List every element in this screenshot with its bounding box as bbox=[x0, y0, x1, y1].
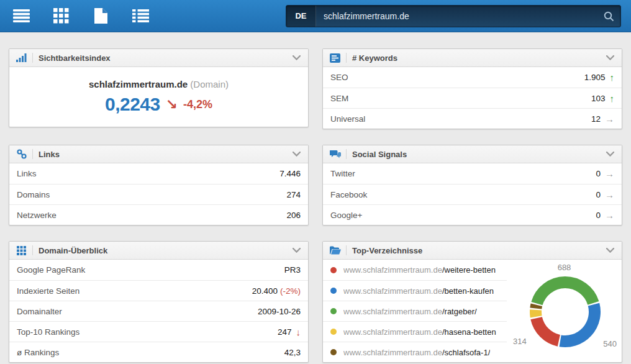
directory-row[interactable]: www.schlafzimmertraum.de/betten-kaufen bbox=[323, 280, 507, 301]
row-label: Netzwerke bbox=[17, 211, 57, 220]
widget-social-signals: Social Signals Twitter 0 Facebook 0 Goog… bbox=[322, 145, 622, 225]
visibility-domain: schlafzimmertraum.de (Domain) bbox=[89, 79, 229, 89]
keyword-list-icon bbox=[329, 52, 341, 64]
chevron-down-icon[interactable] bbox=[291, 150, 302, 158]
up-arrow-icon bbox=[610, 94, 615, 103]
directory-url: www.schlafzimmertraum.de/schlafsofa-1/ bbox=[343, 348, 490, 357]
header-divider bbox=[32, 53, 33, 63]
country-selector[interactable]: DE bbox=[286, 6, 316, 27]
domain-type-label: (Domain) bbox=[190, 79, 229, 89]
directory-row[interactable]: www.schlafzimmertraum.de/hasena-betten bbox=[323, 321, 507, 342]
directory-row[interactable]: www.schlafzimmertraum.de/weitere-betten bbox=[323, 260, 507, 280]
stat-row-facebook[interactable]: Facebook 0 bbox=[323, 184, 622, 204]
donut-chart: 688 540 314 bbox=[507, 260, 622, 362]
visibility-change-percent: -4,2% bbox=[183, 98, 212, 111]
up-arrow-icon bbox=[610, 73, 615, 82]
row-value: 20.400(-2%) bbox=[252, 286, 301, 296]
stat-rows: SEO 1.905 SEM 103 Universal 12 bbox=[323, 67, 622, 129]
change-percent: (-2%) bbox=[280, 286, 301, 296]
stat-row-universal[interactable]: Universal 12 bbox=[323, 108, 622, 129]
search-icon[interactable] bbox=[604, 11, 614, 22]
directory-url: www.schlafzimmertraum.de/ratgeber/ bbox=[343, 307, 477, 316]
row-label: ø Rankings bbox=[17, 348, 59, 357]
folder-open-icon bbox=[329, 245, 341, 257]
legend-dot-brown bbox=[330, 349, 337, 355]
directory-row[interactable]: www.schlafzimmertraum.de/schlafsofa-1/ bbox=[323, 342, 507, 362]
stat-row-googleplus[interactable]: Google+ 0 bbox=[323, 204, 622, 225]
row-value: 0 bbox=[596, 169, 601, 178]
widget-header: Sichtbarkeitsindex bbox=[9, 49, 308, 67]
header-divider bbox=[32, 149, 33, 159]
document-icon[interactable] bbox=[81, 0, 120, 32]
stat-row-seo[interactable]: SEO 1.905 bbox=[323, 67, 622, 88]
widget-title: Links bbox=[39, 150, 60, 159]
widget-top-directories: Top-Verzeichnisse www.schlafzimmertraum.… bbox=[322, 241, 622, 363]
stat-row-domain-age: Domainalter 2009-10-26 bbox=[9, 301, 308, 321]
menu-icon[interactable] bbox=[1, 0, 41, 32]
top-header: DE bbox=[0, 0, 631, 32]
row-value: PR3 bbox=[284, 265, 301, 275]
domain-search: DE bbox=[286, 5, 621, 27]
directory-url: www.schlafzimmertraum.de/betten-kaufen bbox=[343, 286, 494, 296]
list-icon[interactable] bbox=[120, 0, 160, 32]
donut-label-green: 688 bbox=[558, 263, 571, 272]
chevron-down-icon[interactable] bbox=[605, 150, 615, 158]
widget-title: Top-Verzeichnisse bbox=[352, 246, 422, 255]
chat-bubbles-icon bbox=[329, 148, 341, 160]
chevron-down-icon[interactable] bbox=[291, 247, 302, 254]
donut-label-blue: 540 bbox=[603, 339, 617, 348]
stat-row-twitter[interactable]: Twitter 0 bbox=[323, 163, 622, 184]
visibility-value: 0,2243 ↘ -4,2% bbox=[105, 94, 212, 115]
right-arrow-icon bbox=[605, 211, 614, 220]
stat-row-avg-rankings: ø Rankings 42,3 bbox=[9, 342, 308, 362]
stat-row-top10-rankings: Top-10 Rankings 247 bbox=[9, 321, 308, 342]
widget-header: Top-Verzeichnisse bbox=[323, 242, 622, 260]
widget-links: Links Links 7.446 Domains 274 Netzwerke … bbox=[9, 145, 309, 225]
row-value: 0 bbox=[596, 211, 601, 220]
row-label: Google+ bbox=[330, 211, 362, 220]
widget-header: Domain-Überblick bbox=[9, 242, 308, 260]
link-icon bbox=[16, 148, 27, 160]
row-label: Universal bbox=[330, 114, 365, 124]
row-label: SEO bbox=[330, 73, 348, 82]
visibility-index-value: 0,2243 bbox=[105, 94, 160, 115]
widget-header: # Keywords bbox=[323, 49, 622, 67]
apps-grid-icon[interactable] bbox=[41, 0, 81, 32]
row-value: 1.905 bbox=[584, 73, 606, 82]
stat-rows: Google PageRank PR3 Indexierte Seiten 20… bbox=[9, 260, 308, 362]
directory-row[interactable]: www.schlafzimmertraum.de/ratgeber/ bbox=[323, 301, 507, 321]
dashboard-grid: Sichtbarkeitsindex schlafzimmertraum.de … bbox=[0, 32, 631, 363]
row-label: Facebook bbox=[330, 190, 367, 199]
row-value: 247 bbox=[278, 327, 292, 337]
legend-dot-yellow bbox=[330, 329, 337, 335]
stat-row-netzwerke[interactable]: Netzwerke 206 bbox=[9, 204, 308, 225]
stat-row-sem[interactable]: SEM 103 bbox=[323, 88, 622, 108]
main-nav bbox=[1, 0, 160, 32]
widget-keywords: # Keywords SEO 1.905 SEM 103 Universal 1… bbox=[322, 48, 622, 129]
search-input[interactable] bbox=[316, 11, 604, 21]
widget-title: Sichtbarkeitsindex bbox=[39, 53, 111, 63]
widget-title: # Keywords bbox=[352, 53, 397, 63]
stat-rows: Twitter 0 Facebook 0 Google+ 0 bbox=[323, 163, 622, 225]
widget-title: Domain-Überblick bbox=[39, 246, 107, 255]
widget-domain-overview: Domain-Überblick Google PageRank PR3 Ind… bbox=[9, 241, 309, 363]
domain-name: schlafzimmertraum.de bbox=[89, 79, 188, 89]
stat-row-domains[interactable]: Domains 274 bbox=[9, 184, 308, 204]
chevron-down-icon[interactable] bbox=[605, 247, 615, 254]
header-divider bbox=[346, 53, 347, 63]
visibility-body: schlafzimmertraum.de (Domain) 0,2243 ↘ -… bbox=[9, 67, 308, 127]
right-arrow-icon bbox=[605, 190, 614, 199]
right-arrow-icon bbox=[605, 114, 614, 124]
chevron-down-icon[interactable] bbox=[291, 54, 302, 61]
header-divider bbox=[346, 245, 347, 255]
top-directories-body: www.schlafzimmertraum.de/weitere-betten … bbox=[323, 260, 622, 362]
row-label: Indexierte Seiten bbox=[17, 286, 79, 296]
row-label: Twitter bbox=[330, 169, 355, 178]
directory-url: www.schlafzimmertraum.de/hasena-betten bbox=[343, 327, 496, 337]
grid-icon bbox=[16, 245, 27, 257]
stat-row-links[interactable]: Links 7.446 bbox=[9, 163, 308, 184]
chevron-down-icon[interactable] bbox=[605, 54, 615, 61]
row-value: 206 bbox=[286, 211, 301, 220]
legend-dot-red bbox=[330, 267, 337, 273]
header-divider bbox=[32, 245, 33, 255]
